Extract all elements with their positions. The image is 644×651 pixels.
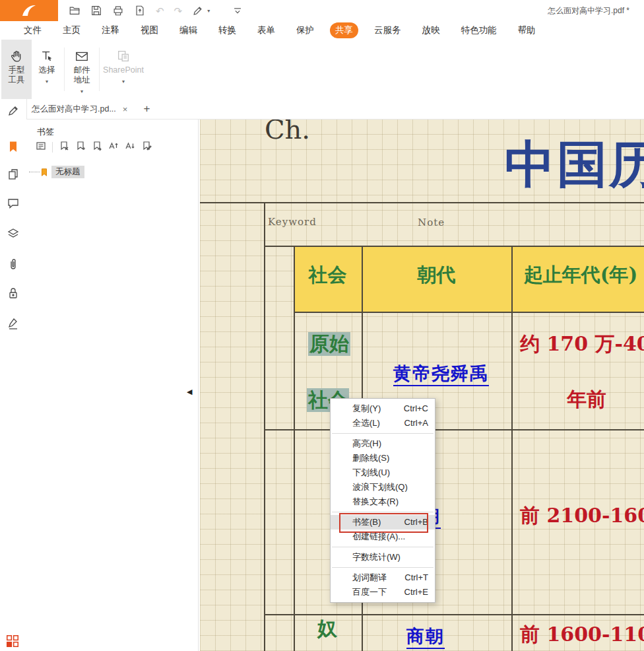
add-bookmark-icon[interactable] [75,141,86,154]
stamp-caret-icon[interactable]: ▾ [207,8,210,14]
bookmark-options-icon[interactable] [36,141,46,154]
tree-connector [29,172,40,172]
sharepoint-label: SharePoint [103,65,144,75]
document-tab[interactable]: 怎么面对高中学习.pd... × [26,99,134,119]
menu-tab[interactable]: 共享 [330,22,358,38]
menu-tab[interactable]: 文件 [18,22,47,38]
context-menu-item[interactable]: 书签(B)Ctrl+B [331,515,435,530]
font-increase-icon[interactable] [108,141,119,154]
redo-icon: ↷ [174,6,183,16]
toolbar-collapse-icon[interactable] [232,5,243,17]
export-icon[interactable] [134,5,146,17]
context-menu-item-label: 字数统计(W) [352,550,401,565]
mail-label-1: 邮件 [74,65,90,75]
undo-icon: ↶ [156,6,164,16]
menu-tab[interactable]: 特色功能 [456,22,502,38]
edit-bookmark-icon[interactable] [141,141,152,154]
context-menu-item[interactable]: 创建链接(A)... [331,530,435,544]
chapter-heading: Ch. [265,120,310,145]
header-rule [200,202,644,203]
page-thumbnails-icon[interactable] [7,168,20,181]
comments-panel-icon[interactable] [7,197,20,210]
context-menu-item[interactable]: 替换文本(R) [331,495,435,509]
next-bookmark-icon[interactable] [92,141,102,154]
mail-label-2: 地址 [74,75,90,85]
sharepoint-button[interactable]: SharePoint ▾ [102,40,145,99]
cell-years-1b: 年前 [567,388,606,411]
window-document-title: 怎么面对高中学习.pdf * [548,0,644,21]
bookmarks-panel: 书签 [26,120,199,651]
context-menu-item-shortcut: Ctrl+C [404,401,428,416]
print-icon[interactable] [112,5,124,17]
document-tab-title: 怎么面对高中学习.pd... [32,104,116,115]
select-caret-icon: ▾ [46,77,48,86]
cell-dynasty-huangdi[interactable]: 黄帝尧舜禹 [393,362,489,386]
bookmarks-toolbar [36,141,152,154]
delete-bookmark-icon[interactable] [59,141,69,154]
menu-tab[interactable]: 帮助 [513,22,541,38]
stamp-tool-icon[interactable] [192,5,204,17]
layout-grid-icon[interactable] [5,634,18,647]
new-tab-button[interactable]: + [143,102,150,116]
font-decrease-icon[interactable] [125,141,135,154]
hand-tool-icon [9,47,24,65]
sharepoint-icon [116,47,131,65]
menu-tab[interactable]: 保护 [291,22,319,38]
tab-close-icon[interactable]: × [123,104,128,114]
cell-dynasty-shang[interactable]: 商朝 [406,625,445,649]
context-menu-item[interactable]: 删除线(S) [331,451,435,465]
cell-society-primitive[interactable]: 原始 [308,332,350,356]
bookmarks-panel-icon[interactable] [7,140,20,153]
layers-panel-icon[interactable] [7,227,20,240]
menu-tab[interactable]: 云服务 [369,22,406,38]
table-header-society: 社会 [294,262,362,289]
pencil-icon[interactable] [7,104,20,118]
attachments-panel-icon[interactable] [7,257,20,271]
context-menu-item[interactable]: 复制(Y)Ctrl+C [331,401,435,416]
context-menu-separator [332,547,434,547]
menu-tab[interactable]: 放映 [417,22,445,38]
context-menu-separator [332,512,434,512]
cell-years-1a: 约 170 万-4000 [520,332,644,356]
hand-tool-label-2: 工具 [9,75,25,85]
context-menu-item-label: 百度一下 [352,585,387,600]
menu-tab[interactable]: 注释 [96,22,125,38]
context-menu-item[interactable]: 波浪下划线(Q) [331,480,435,495]
table-row-line-1 [264,429,644,430]
context-menu-item-label: 书签(B) [352,515,381,530]
security-lock-icon[interactable] [7,287,20,300]
sharepoint-caret-icon: ▾ [122,77,125,86]
mail-address-button[interactable]: 邮件 地址 ▾ [67,40,97,99]
hand-tool-button[interactable]: 手型 工具 [1,40,32,99]
context-menu-item[interactable]: 下划线(U) [331,465,435,480]
open-file-icon[interactable] [69,5,80,17]
context-menu-item-label: 波浪下划线(Q) [352,480,408,495]
menu-tab[interactable]: 主页 [57,22,86,38]
bookmark-item-icon [40,168,49,177]
cell-society-slave: 奴 [317,617,337,640]
context-menu-item[interactable]: 百度一下Ctrl+E [331,585,435,600]
keyword-column-label: Keyword [268,216,317,228]
bookmark-tree-item[interactable]: 无标题 [29,166,84,178]
context-menu-item[interactable]: 全选(L)Ctrl+A [331,416,435,430]
brand-bird-icon [20,3,38,18]
app-logo[interactable] [0,0,58,21]
context-menu-separator [332,433,434,434]
bookmarks-panel-title: 书签 [37,126,54,138]
context-menu-item[interactable]: 划词翻译Ctrl+T [331,570,435,585]
menu-tab[interactable]: 表单 [252,22,280,38]
context-menu-item-label: 复制(Y) [352,401,381,416]
document-tab-bar: 怎么面对高中学习.pd... × + [26,99,644,120]
save-icon[interactable] [90,5,102,17]
menu-tab[interactable]: 编辑 [174,22,203,38]
context-menu-item[interactable]: 字数统计(W) [331,550,435,565]
signature-panel-icon[interactable] [7,317,20,330]
context-menu-item[interactable]: 高亮(H) [331,436,435,451]
context-menu-item-shortcut: Ctrl+B [404,515,428,530]
context-menu-separator [332,567,434,568]
menu-tab[interactable]: 视图 [135,22,164,38]
select-tool-button[interactable]: 选择 ▾ [32,40,62,99]
bookmark-item-label[interactable]: 无标题 [51,166,84,178]
menu-tab[interactable]: 转换 [213,22,242,38]
panel-collapse-icon[interactable]: ◀ [187,388,192,396]
